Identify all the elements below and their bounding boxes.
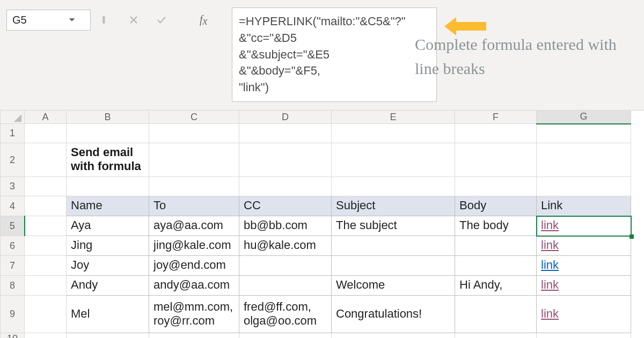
- cell-G7[interactable]: link: [537, 256, 631, 276]
- cell-C2[interactable]: [149, 143, 239, 177]
- formula-bar-input[interactable]: =HYPERLINK("mailto:"&C5&"?" &"cc="&D5 &"…: [232, 8, 437, 102]
- cell-B8[interactable]: Andy: [67, 276, 149, 296]
- cell-G1[interactable]: [537, 124, 631, 143]
- cell-E6[interactable]: [332, 236, 455, 256]
- cell-F2[interactable]: [455, 143, 537, 177]
- cell-E1[interactable]: [332, 124, 455, 143]
- cell-B7[interactable]: Joy: [67, 256, 149, 276]
- hyperlink[interactable]: link: [541, 278, 559, 292]
- row-header-7[interactable]: 7: [1, 256, 25, 276]
- cell-C7[interactable]: joy@end.com: [149, 256, 239, 276]
- cell-C3[interactable]: [149, 177, 239, 196]
- cell-A9[interactable]: [25, 296, 67, 333]
- cell-C10[interactable]: [149, 333, 239, 339]
- worksheet-grid[interactable]: ABCDEFG 12Send email with formula34NameT…: [0, 110, 644, 338]
- fx-icon[interactable]: fx: [200, 13, 207, 26]
- cell-G6[interactable]: link: [537, 236, 631, 256]
- cell-D4[interactable]: CC: [239, 196, 332, 216]
- cell-A2[interactable]: [25, 143, 67, 177]
- cell-D5[interactable]: bb@bb.com: [239, 216, 332, 236]
- cell-A5[interactable]: [25, 216, 67, 236]
- cell-D7[interactable]: [239, 256, 332, 276]
- cell-B2[interactable]: Send email with formula: [67, 143, 149, 177]
- row-header-9[interactable]: 9: [1, 296, 25, 333]
- select-all-corner[interactable]: [1, 111, 25, 124]
- cell-C1[interactable]: [149, 124, 239, 143]
- cell-B9[interactable]: Mel: [67, 296, 149, 333]
- row-header-5[interactable]: 5: [1, 216, 25, 236]
- col-header-A[interactable]: A: [25, 111, 67, 124]
- cell-F10[interactable]: [455, 333, 537, 339]
- cell-G4[interactable]: Link: [537, 196, 631, 216]
- cell-G8[interactable]: link: [537, 276, 631, 296]
- cell-A6[interactable]: [25, 236, 67, 256]
- cell-C9[interactable]: mel@mm.com, roy@rr.com: [149, 296, 239, 333]
- cell-E3[interactable]: [332, 177, 455, 196]
- cell-F5[interactable]: The body: [455, 216, 537, 236]
- cell-E2[interactable]: [332, 143, 455, 177]
- cell-F6[interactable]: [455, 236, 537, 256]
- cell-D2[interactable]: [239, 143, 332, 177]
- cell-D10[interactable]: [239, 333, 332, 339]
- hyperlink[interactable]: link: [541, 238, 559, 252]
- cell-D8[interactable]: [239, 276, 332, 296]
- row-header-4[interactable]: 4: [1, 196, 25, 216]
- cell-E4[interactable]: Subject: [332, 196, 455, 216]
- cell-F1[interactable]: [455, 124, 537, 143]
- row-header-1[interactable]: 1: [1, 124, 25, 143]
- hyperlink[interactable]: link: [541, 258, 559, 272]
- cell-E5[interactable]: The subject: [332, 216, 455, 236]
- cell-F8[interactable]: Hi Andy,: [455, 276, 537, 296]
- cell-C8[interactable]: andy@aa.com: [149, 276, 239, 296]
- cell-G5[interactable]: link: [537, 216, 631, 236]
- cell-E8[interactable]: Welcome: [332, 276, 455, 296]
- cell-C6[interactable]: jing@kale.com: [149, 236, 239, 256]
- col-header-F[interactable]: F: [455, 111, 537, 124]
- cell-C5[interactable]: aya@aa.com: [149, 216, 239, 236]
- name-box[interactable]: G5: [6, 10, 91, 31]
- cell-E9[interactable]: Congratulations!: [332, 296, 455, 333]
- hyperlink[interactable]: link: [541, 307, 559, 321]
- col-header-C[interactable]: C: [149, 111, 239, 124]
- cell-A3[interactable]: [25, 177, 67, 196]
- cell-D9[interactable]: fred@ff.com, olga@oo.com: [239, 296, 332, 333]
- row-header-8[interactable]: 8: [1, 276, 25, 296]
- cell-B5[interactable]: Aya: [67, 216, 149, 236]
- cell-B3[interactable]: [67, 177, 149, 196]
- cell-B10[interactable]: [67, 333, 149, 339]
- cell-G3[interactable]: [537, 177, 631, 196]
- col-header-G[interactable]: G: [537, 111, 631, 124]
- cell-F7[interactable]: [455, 256, 537, 276]
- cell-A8[interactable]: [25, 276, 67, 296]
- cancel-icon[interactable]: [129, 15, 138, 25]
- cell-F4[interactable]: Body: [455, 196, 537, 216]
- cell-D3[interactable]: [239, 177, 332, 196]
- cell-D1[interactable]: [239, 124, 332, 143]
- cell-A10[interactable]: [25, 333, 67, 339]
- cell-A7[interactable]: [25, 256, 67, 276]
- row-header-2[interactable]: 2: [1, 143, 25, 177]
- name-box-dropdown-icon[interactable]: [49, 14, 91, 26]
- cell-C4[interactable]: To: [149, 196, 239, 216]
- row-header-6[interactable]: 6: [1, 236, 25, 256]
- hyperlink[interactable]: link: [541, 218, 559, 232]
- cell-B1[interactable]: [67, 124, 149, 143]
- cell-A4[interactable]: [25, 196, 67, 216]
- cell-G10[interactable]: [537, 333, 631, 339]
- cell-G2[interactable]: [537, 143, 631, 177]
- enter-icon[interactable]: [157, 15, 166, 25]
- cell-B4[interactable]: Name: [67, 196, 149, 216]
- cell-B6[interactable]: Jing: [67, 236, 149, 256]
- col-header-B[interactable]: B: [67, 111, 149, 124]
- cell-F9[interactable]: [455, 296, 537, 333]
- row-header-10[interactable]: 10: [1, 333, 25, 339]
- cell-E7[interactable]: [332, 256, 455, 276]
- col-header-E[interactable]: E: [332, 111, 455, 124]
- cell-G9[interactable]: link: [537, 296, 631, 333]
- cell-E10[interactable]: [332, 333, 455, 339]
- row-header-3[interactable]: 3: [1, 177, 25, 196]
- cell-A1[interactable]: [25, 124, 67, 143]
- cell-D6[interactable]: hu@kale.com: [239, 236, 332, 256]
- col-header-D[interactable]: D: [239, 111, 332, 124]
- cell-F3[interactable]: [455, 177, 537, 196]
